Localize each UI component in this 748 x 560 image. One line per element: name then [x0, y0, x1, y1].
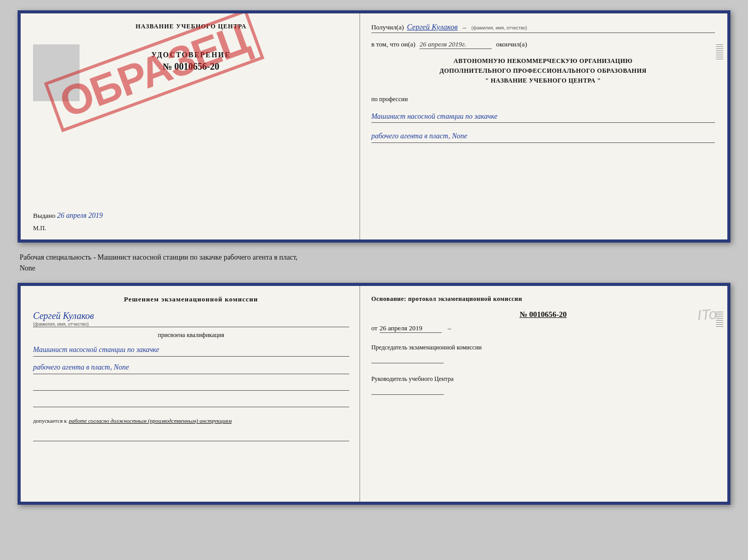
doc-top-left: НАЗВАНИЕ УЧЕБНОГО ЦЕНТРА ОБРАЗЕЦ УДОСТОВ… [21, 13, 360, 239]
rdash-1 [716, 312, 723, 312]
bot-extra-line [33, 432, 349, 441]
dash-8 [716, 59, 723, 59]
vydano-label: Выдано [33, 212, 55, 219]
bot-left: Решением экзаменационной комиссии Сергей… [21, 286, 360, 502]
middle-line1: Рабочая специальность - Машинист насосно… [20, 253, 298, 261]
udostoverenie-title: УДОСТОВЕРЕНИЕ [33, 51, 349, 59]
prof-name-1: Машинист насосной станции по закачке [371, 110, 715, 123]
rukovoditel-block: Руководитель учебного Центра [371, 375, 715, 395]
org-block: АВТОНОМНУЮ НЕКОММЕРЧЕСКУЮ ОРГАНИЗАЦИЮ ДО… [371, 56, 715, 86]
familiya-sub: (фамилия, имя, отчество) [33, 322, 349, 327]
vydano-line: Выдано 26 апреля 2019 [33, 212, 103, 220]
predsedatel-line [371, 354, 444, 363]
doc-bottom-certificate: Решением экзаменационной комиссии Сергей… [18, 283, 730, 505]
prof-name-2: рабочего агента в пласт, None [371, 130, 715, 143]
mp-label: М.П. [33, 225, 46, 232]
rdash-8 [716, 326, 723, 327]
dash-3 [716, 49, 723, 49]
fio-cursive: Сергей Кулаков [33, 311, 349, 322]
dopuskaetsya-text: работе согласно должностным (производств… [69, 418, 231, 424]
ito-watermark: ITo [697, 306, 718, 324]
org-line2: ДОПОЛНИТЕЛЬНОГО ПРОФЕССИОНАЛЬНОГО ОБРАЗО… [371, 66, 715, 76]
predsedatel-label: Председатель экзаменационной комиссии [371, 343, 715, 352]
bot-right: Основание: протокол экзаменационной коми… [360, 286, 727, 502]
kvali-name-1: Машинист насосной станции по закачке [33, 343, 349, 357]
rukovoditel-line [371, 386, 444, 395]
udostoverenie-block: УДОСТОВЕРЕНИЕ № 0010656-20 [33, 51, 349, 72]
middle-text-block: Рабочая специальность - Машинист насосно… [18, 252, 730, 274]
dopuskaetsya-label: допускается к [33, 418, 67, 424]
po-professii: по профессии [371, 95, 715, 103]
udostoverenie-number: № 0010656-20 [33, 61, 349, 72]
familiya-hint-top: (фамилия, имя, отчество) [472, 25, 527, 30]
dash-4 [716, 51, 723, 51]
empty-line-2 [33, 398, 349, 407]
photo-placeholder [33, 44, 80, 101]
rdash-2 [716, 314, 723, 314]
vydano-date: 26 апреля 2019 [57, 212, 103, 219]
vtom-label: в том, что он(а) [371, 40, 416, 49]
bottom-lines [33, 381, 349, 407]
fio-line: Сергей Кулаков (фамилия, имя, отчество) [33, 311, 349, 327]
poluchil-label: Получил(а) [371, 23, 404, 31]
top-left-header: НАЗВАНИЕ УЧЕБНОГО ЦЕНТРА [33, 23, 349, 30]
doc-top-certificate: НАЗВАНИЕ УЧЕБНОГО ЦЕНТРА ОБРАЗЕЦ УДОСТОВ… [18, 10, 730, 243]
dopuskaetsya-block: допускается к работе согласно должностны… [33, 415, 349, 425]
protokol-num: № 0010656-20 [371, 310, 715, 319]
dash-6 [716, 55, 723, 55]
ot-date: 26 апреля 2019 [380, 324, 442, 333]
dash-7 [716, 57, 723, 57]
poluchil-name: Сергей Кулаков [407, 23, 458, 31]
rdash-7 [716, 324, 723, 325]
predsedatel-block: Председатель экзаменационной комиссии [371, 343, 715, 363]
poluchil-line: Получил(а) Сергей Кулаков – (фамилия, им… [371, 23, 715, 33]
doc-top-right: Получил(а) Сергей Кулаков – (фамилия, им… [360, 13, 727, 239]
ot-line: от 26 апреля 2019 – [371, 324, 715, 333]
kvali-name-2: рабочего агента в пласт, None [33, 361, 349, 374]
vtom-line: в том, что он(а) 26 апреля 2019г. окончи… [371, 40, 715, 49]
vtom-date: 26 апреля 2019г. [419, 40, 492, 49]
okonchl-label: окончил(а) [496, 40, 527, 49]
dash-2 [716, 46, 723, 47]
dash-1 [716, 44, 723, 45]
middle-line2: None [20, 264, 35, 272]
org-line1: АВТОНОМНУЮ НЕКОММЕРЧЕСКУЮ ОРГАНИЗАЦИЮ [371, 56, 715, 66]
dash-5 [716, 53, 723, 53]
podpis-block: Председатель экзаменационной комиссии Ру… [371, 343, 715, 395]
rukovoditel-label: Руководитель учебного Центра [371, 375, 715, 383]
side-dashes [716, 44, 723, 59]
empty-line-1 [33, 381, 349, 391]
osnovanie-label: Основание: протокол экзаменационной коми… [371, 295, 715, 303]
org-line3: " НАЗВАНИЕ УЧЕБНОГО ЦЕНТРА " [371, 76, 715, 86]
resheniem-label: Решением экзаменационной комиссии [33, 295, 349, 303]
ot-label: от [371, 324, 378, 332]
prisvoyena-label: присвоена квалификация [33, 331, 349, 339]
